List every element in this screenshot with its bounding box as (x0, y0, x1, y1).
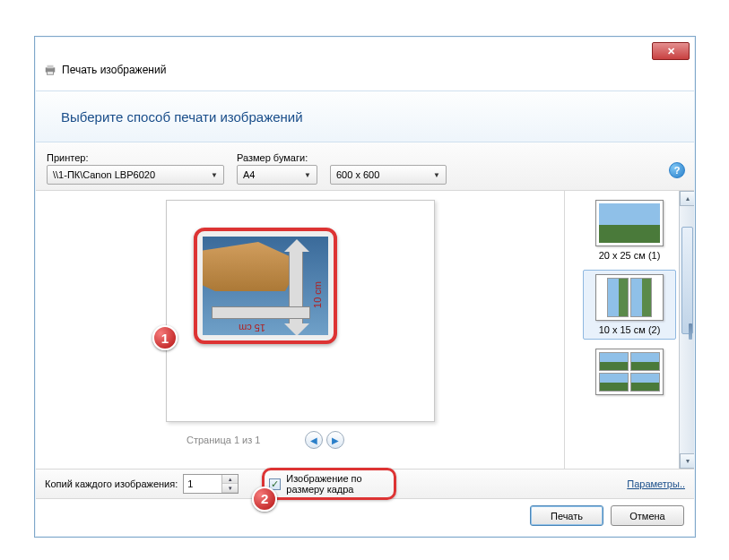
close-icon: ✕ (667, 46, 675, 57)
svg-rect-1 (48, 65, 54, 69)
paper-preview: 10 cm 15 cm (166, 200, 435, 422)
scrollbar[interactable]: ▴ ▾ (679, 191, 694, 469)
scrollbar-thumb[interactable] (681, 227, 693, 334)
dialog-buttons: Печать Отмена (530, 505, 684, 526)
chevron-left-icon: ◀ (310, 435, 317, 445)
chevron-down-icon: ▼ (433, 171, 440, 179)
dimension-horizontal: 15 cm (239, 323, 265, 333)
annotation-frame-2: ✓ Изображение по размеру кадра 2 (262, 468, 396, 500)
dialog-title-row: Печать изображений (44, 64, 166, 76)
resolution-select[interactable]: 600 x 600 ▼ (330, 165, 447, 185)
layout-list: 20 x 25 см (1) 10 x 15 см (2) ▴ ▾ (564, 191, 694, 469)
check-icon: ✓ (271, 478, 279, 489)
paper-label: Размер бумаги: (237, 152, 317, 163)
help-button[interactable]: ? (669, 162, 685, 178)
chevron-down-icon: ▼ (211, 171, 218, 179)
cancel-button[interactable]: Отмена (611, 505, 684, 526)
layout-thumb (595, 200, 664, 246)
arrow-horizontal-icon (212, 306, 310, 319)
dimension-vertical: 10 cm (312, 281, 323, 308)
layout-item-10x15[interactable]: 10 x 15 см (2) (583, 270, 676, 340)
annotation-badge-1: 1 (152, 325, 178, 350)
annotation-badge-2: 2 (252, 487, 277, 512)
spinner-down-button[interactable]: ▼ (222, 484, 238, 493)
annotation-frame-1: 10 cm 15 cm (194, 228, 337, 344)
copies-spinner[interactable]: ▲ ▼ (183, 474, 239, 494)
layout-item-grid4[interactable] (583, 345, 676, 402)
print-button[interactable]: Печать (530, 505, 603, 526)
page-indicator: Страница 1 из 1 (187, 435, 260, 445)
layout-label: 20 x 25 см (1) (586, 250, 673, 261)
scrollbar-mark (689, 323, 692, 340)
preview-pane: 10 cm 15 cm 1 Страница 1 из 1 ◀ ▶ (36, 191, 565, 469)
heading-bar: Выберите способ печати изображений (36, 90, 694, 142)
spinner-up-button[interactable]: ▲ (222, 475, 238, 484)
options-row: Принтер: \\1-ПК\Canon LBP6020 ▼ Размер б… (36, 142, 694, 191)
photo-preview: 10 cm 15 cm (203, 237, 328, 335)
chevron-down-icon: ▼ (304, 171, 311, 179)
fit-to-frame-label: Изображение по размеру кадра (286, 473, 385, 495)
svg-rect-2 (48, 72, 54, 75)
printer-label: Принтер: (47, 152, 224, 163)
printer-select[interactable]: \\1-ПК\Canon LBP6020 ▼ (47, 165, 224, 185)
copies-label: Копий каждого изображения: (45, 478, 178, 489)
parameters-link[interactable]: Параметры.. (627, 478, 685, 489)
heading-text: Выберите способ печати изображений (61, 109, 303, 125)
next-page-button[interactable]: ▶ (326, 431, 344, 449)
layout-item-20x25[interactable]: 20 x 25 см (1) (583, 196, 676, 264)
copies-input[interactable] (184, 475, 221, 493)
scroll-up-button[interactable]: ▴ (680, 191, 694, 206)
layout-thumb (595, 274, 664, 321)
copies-row: Копий каждого изображения: ▲ ▼ ✓ Изображ… (36, 469, 694, 499)
prev-page-button[interactable]: ◀ (305, 431, 323, 449)
paper-select[interactable]: A4 ▼ (237, 165, 317, 185)
scroll-down-button[interactable]: ▾ (680, 453, 694, 469)
chevron-right-icon: ▶ (332, 435, 339, 445)
layout-label: 10 x 15 см (2) (587, 324, 672, 335)
print-dialog: ✕ Печать изображений Выберите способ печ… (34, 36, 696, 538)
dialog-title: Печать изображений (62, 64, 166, 76)
close-button[interactable]: ✕ (652, 42, 690, 60)
layout-thumb (595, 349, 664, 395)
printer-icon (44, 64, 56, 76)
